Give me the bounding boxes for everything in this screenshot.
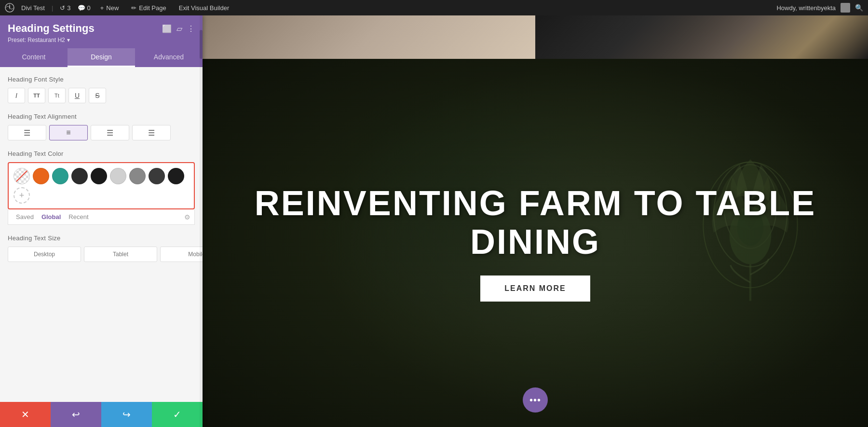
revisions-icon: ↺ — [60, 4, 65, 12]
font-style-row: I TT Tt U S — [8, 88, 195, 103]
admin-bar-left: Divi Test | ↺ 3 💬 0 + New ✏ Edit Page Ex… — [5, 3, 769, 13]
tab-content[interactable]: Content — [0, 48, 68, 67]
more-options-icon[interactable]: ⋮ — [187, 24, 195, 33]
cancel-button[interactable]: ✕ — [0, 402, 51, 427]
color-tab-recent[interactable]: Recent — [65, 212, 92, 221]
color-swatch-orange[interactable] — [33, 168, 49, 184]
color-swatch-lightgray[interactable] — [110, 168, 126, 184]
comments-link[interactable]: 💬 0 — [78, 4, 91, 12]
floating-menu-button[interactable]: ••• — [523, 387, 548, 413]
page-top-images — [203, 15, 868, 59]
hero-cta-label: LEARN MORE — [504, 284, 566, 292]
capitalize-button[interactable]: Tt — [48, 88, 66, 103]
undo-icon: ↩ — [72, 409, 80, 420]
align-justify-button[interactable]: ☰ — [132, 125, 171, 140]
text-color-group: Heading Text Color — [8, 150, 195, 225]
align-right-button[interactable]: ☰ — [91, 125, 129, 140]
search-icon[interactable]: 🔍 — [855, 4, 863, 12]
panel-header-top: Heading Settings ⬜ ▱ ⋮ — [8, 22, 195, 35]
floating-menu-dots: ••• — [529, 395, 541, 406]
color-swatch-teal[interactable] — [52, 168, 68, 184]
panel-body: Heading Font Style I TT Tt U S Heading T… — [0, 67, 203, 402]
exit-vb-label: Exit Visual Builder — [179, 4, 230, 12]
align-row: ☰ ≡ ☰ ☰ — [8, 125, 195, 140]
align-center-button[interactable]: ≡ — [49, 125, 88, 140]
color-tabs: Saved Global Recent ⚙ — [8, 209, 195, 225]
italic-button[interactable]: I — [8, 88, 25, 103]
color-swatch-dark2[interactable] — [91, 168, 107, 184]
edit-page-button[interactable]: ✏ Edit Page — [128, 3, 169, 13]
separator1: | — [52, 4, 53, 12]
page-content: REINVENTING FARM TO TABLE DINING LEARN M… — [203, 15, 868, 427]
font-style-label: Heading Font Style — [8, 76, 195, 83]
undo-button[interactable]: ↩ — [51, 402, 101, 427]
panel-header: Heading Settings ⬜ ▱ ⋮ Preset: Restauran… — [0, 15, 203, 48]
wordpress-logo-icon[interactable] — [5, 3, 14, 13]
settings-panel: Heading Settings ⬜ ▱ ⋮ Preset: Restauran… — [0, 15, 203, 427]
new-label: New — [106, 4, 119, 12]
panel-tabs: Content Design Advanced — [0, 48, 203, 67]
hero-content: REINVENTING FARM TO TABLE DINING LEARN M… — [203, 184, 868, 301]
howdy-text: Howdy, writtenbyekta — [776, 4, 836, 12]
revisions-link[interactable]: ↺ 3 — [60, 4, 70, 12]
color-tab-global[interactable]: Global — [38, 212, 65, 221]
text-size-label: Heading Text Size — [8, 234, 195, 242]
color-swatch-nearblack[interactable] — [168, 168, 184, 184]
top-image-right — [535, 15, 868, 59]
panel-title: Heading Settings — [8, 22, 95, 35]
font-style-group: Heading Font Style I TT Tt U S — [8, 76, 195, 103]
site-name[interactable]: Divi Test — [21, 4, 45, 12]
hero-cta-button[interactable]: LEARN MORE — [480, 275, 590, 302]
fullscreen-icon[interactable]: ⬜ — [162, 24, 172, 33]
main-content: Heading Settings ⬜ ▱ ⋮ Preset: Restauran… — [0, 15, 868, 427]
text-alignment-label: Heading Text Alignment — [8, 113, 195, 120]
color-swatches: + — [14, 168, 189, 204]
tab-advanced[interactable]: Advanced — [135, 48, 203, 67]
text-size-group: Heading Text Size — [8, 234, 195, 262]
new-button[interactable]: + New — [97, 3, 122, 13]
scroll-indicator — [200, 15, 203, 427]
color-tab-saved[interactable]: Saved — [12, 212, 38, 221]
strikethrough-button[interactable]: S — [89, 88, 106, 103]
hero-title: REINVENTING FARM TO TABLE DINING — [203, 184, 868, 261]
cancel-icon: ✕ — [21, 409, 29, 420]
confirm-icon: ✓ — [173, 409, 181, 420]
uppercase-button[interactable]: TT — [28, 88, 45, 103]
underline-button[interactable]: U — [68, 88, 86, 103]
edit-page-label: Edit Page — [139, 4, 166, 12]
exit-visual-builder-button[interactable]: Exit Visual Builder — [176, 3, 232, 13]
panel-actions: ✕ ↩ ↪ ✓ — [0, 402, 203, 427]
plus-icon: + — [100, 4, 104, 12]
size-mobile-input[interactable] — [160, 247, 203, 262]
color-swatch-midgray[interactable] — [129, 168, 146, 184]
redo-icon: ↪ — [122, 409, 131, 420]
hero-section: REINVENTING FARM TO TABLE DINING LEARN M… — [203, 59, 868, 427]
confirm-button[interactable]: ✓ — [152, 402, 203, 427]
tab-design[interactable]: Design — [68, 48, 135, 67]
comments-icon: 💬 — [78, 4, 85, 12]
admin-bar: Divi Test | ↺ 3 💬 0 + New ✏ Edit Page Ex… — [0, 0, 868, 15]
size-desktop-input[interactable] — [8, 247, 81, 262]
color-swatch-transparent[interactable] — [14, 168, 30, 184]
revisions-count: 3 — [67, 4, 70, 12]
split-view-icon[interactable]: ▱ — [176, 24, 182, 33]
redo-button[interactable]: ↪ — [101, 402, 152, 427]
preset-label: Preset: Restaurant H2 — [8, 37, 65, 43]
align-left-button[interactable]: ☰ — [8, 125, 46, 140]
preset-chevron-icon: ▾ — [67, 37, 70, 43]
color-settings-icon[interactable]: ⚙ — [184, 213, 190, 221]
comments-count: 0 — [87, 4, 91, 12]
edit-icon: ✏ — [131, 4, 136, 12]
color-section: + — [8, 162, 195, 209]
panel-preset[interactable]: Preset: Restaurant H2 ▾ — [8, 37, 195, 43]
size-tablet-input[interactable] — [84, 247, 157, 262]
color-swatch-darkgray[interactable] — [149, 168, 165, 184]
text-alignment-group: Heading Text Alignment ☰ ≡ ☰ ☰ — [8, 113, 195, 140]
top-image-left — [203, 15, 535, 59]
add-color-button[interactable]: + — [14, 187, 30, 204]
color-swatch-dark1[interactable] — [71, 168, 88, 184]
user-avatar[interactable] — [841, 3, 850, 13]
text-color-label: Heading Text Color — [8, 150, 195, 157]
scroll-thumb — [200, 30, 203, 59]
size-row — [8, 247, 195, 262]
